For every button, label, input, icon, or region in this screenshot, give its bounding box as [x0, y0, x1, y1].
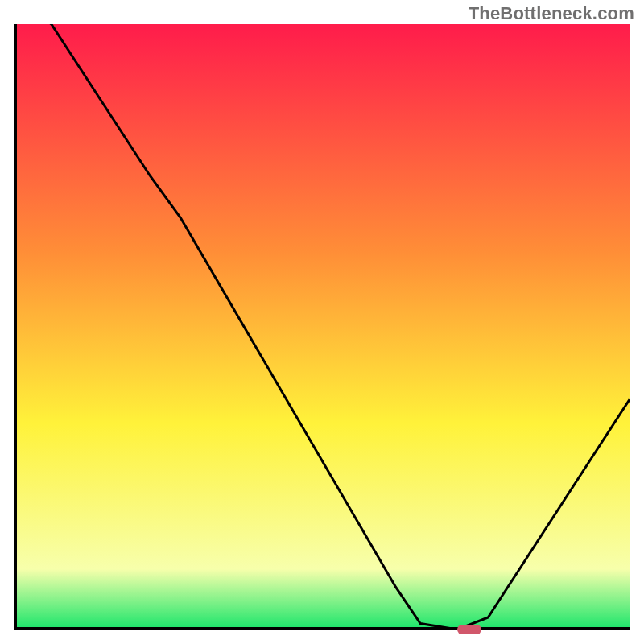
axes: [14, 24, 630, 630]
optimal-marker: [457, 625, 481, 634]
chart-canvas: TheBottleneck.com: [0, 0, 644, 644]
